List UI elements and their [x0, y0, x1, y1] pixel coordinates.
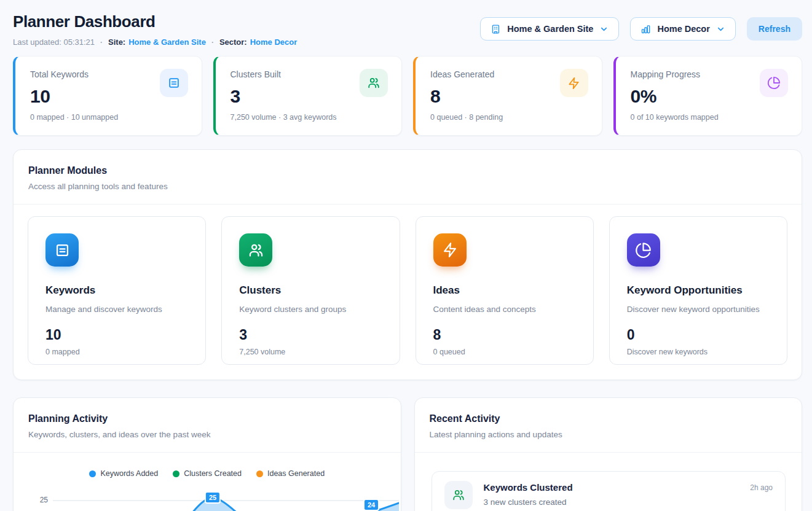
legend-dot-green: [173, 470, 179, 477]
module-subtext: 0 mapped: [45, 348, 188, 356]
stat-subtext: 0 mapped · 10 unmapped: [30, 113, 187, 122]
bar-chart-icon: [641, 24, 651, 34]
data-point-label: 24: [363, 499, 379, 511]
data-point-label: 25: [205, 491, 221, 504]
stat-subtext: 0 of 10 keywords mapped: [631, 113, 787, 122]
module-card-ideas[interactable]: Ideas Content ideas and concepts 8 0 que…: [416, 216, 594, 365]
module-title: Clusters: [239, 284, 382, 297]
last-updated-text: Last updated: 05:31:21: [13, 37, 95, 47]
sector-label: Sector:: [219, 37, 247, 47]
stat-cards-row: Total Keywords 10 0 mapped · 10 unmapped…: [13, 56, 802, 136]
stat-subtext: 0 queued · 8 pending: [430, 113, 587, 122]
chart-legend: Keywords Added Clusters Created Ideas Ge…: [14, 469, 401, 478]
legend-item-keywords-added: Keywords Added: [89, 469, 158, 478]
stat-subtext: 7,250 volume · 3 avg keywords: [231, 113, 387, 122]
pie-chart-icon: [760, 69, 788, 97]
building-icon: [491, 24, 501, 34]
module-card-clusters[interactable]: Clusters Keyword clusters and groups 3 7…: [221, 216, 400, 365]
modules-panel-subtitle: Access all planning tools and features: [28, 182, 787, 191]
site-link[interactable]: Home & Garden Site: [128, 37, 206, 47]
site-selector-label: Home & Garden Site: [507, 24, 593, 34]
modules-panel-header: Planner Modules Access all planning tool…: [14, 150, 802, 205]
legend-dot-orange: [256, 470, 263, 477]
sector-selector-label: Home Decor: [657, 24, 709, 34]
sector-link[interactable]: Home Decor: [250, 37, 298, 47]
y-axis-tick-25: 25: [25, 496, 48, 504]
users-icon: [360, 69, 388, 97]
site-meta: Site: Home & Garden Site: [108, 37, 206, 47]
planner-dashboard-page: Planner Dashboard Last updated: 05:31:21…: [0, 0, 812, 511]
module-card-keyword-opportunities[interactable]: Keyword Opportunities Discover new keywo…: [609, 216, 787, 365]
module-title: Ideas: [433, 284, 576, 297]
site-selector-dropdown[interactable]: Home & Garden Site: [480, 17, 619, 41]
planning-activity-title: Planning Activity: [28, 413, 386, 424]
bolt-icon: [560, 69, 588, 97]
module-description: Manage and discover keywords: [45, 305, 188, 314]
header-toolbar: Home & Garden Site Home Decor Refresh: [480, 17, 802, 41]
meta-separator: ·: [100, 38, 103, 47]
legend-item-clusters-created: Clusters Created: [173, 469, 242, 478]
stat-card-ideas-generated: Ideas Generated 8 0 queued · 8 pending: [413, 56, 602, 136]
modules-panel-title: Planner Modules: [28, 165, 787, 176]
module-subtext: 7,250 volume: [239, 348, 382, 356]
legend-label: Ideas Generated: [267, 469, 325, 478]
activity-item-description: 3 new clusters created: [484, 497, 573, 507]
recent-activity-subtitle: Latest planning actions and updates: [430, 430, 787, 439]
sector-selector-dropdown[interactable]: Home Decor: [630, 17, 735, 41]
page-header: Planner Dashboard Last updated: 05:31:21…: [13, 9, 802, 47]
page-title: Planner Dashboard: [13, 12, 297, 31]
users-icon: [239, 233, 272, 267]
meta-separator: ·: [211, 38, 214, 47]
legend-label: Keywords Added: [100, 469, 158, 478]
document-icon: [45, 233, 79, 267]
planning-activity-subtitle: Keywords, clusters, and ideas over the p…: [28, 430, 386, 439]
activity-item-title: Keywords Clustered: [484, 482, 573, 493]
activity-item-timestamp: 2h ago: [750, 483, 773, 492]
area-chart-canvas: [53, 483, 399, 511]
module-subtext: 0 queued: [433, 348, 576, 356]
sector-meta: Sector: Home Decor: [219, 37, 297, 47]
bottom-row: Planning Activity Keywords, clusters, an…: [13, 397, 802, 511]
bolt-icon: [433, 233, 467, 267]
module-card-keywords[interactable]: Keywords Manage and discover keywords 10…: [28, 216, 206, 365]
legend-item-ideas-generated: Ideas Generated: [256, 469, 325, 478]
activity-item-content: Keywords Clustered 3 new clusters create…: [484, 481, 573, 507]
legend-dot-blue: [89, 470, 96, 477]
module-description: Content ideas and concepts: [433, 305, 576, 314]
module-title: Keyword Opportunities: [627, 284, 770, 297]
recent-activity-title: Recent Activity: [430, 413, 787, 424]
refresh-button[interactable]: Refresh: [747, 17, 802, 41]
module-value: 8: [433, 327, 576, 343]
module-subtext: Discover new keywords: [627, 348, 770, 356]
module-description: Discover new keyword opportunities: [627, 305, 770, 314]
legend-label: Clusters Created: [184, 469, 242, 478]
module-description: Keyword clusters and groups: [239, 305, 382, 314]
document-icon: [160, 69, 188, 97]
stat-card-clusters-built: Clusters Built 3 7,250 volume · 3 avg ke…: [213, 56, 403, 136]
site-label: Site:: [108, 37, 125, 47]
users-icon: [444, 481, 473, 509]
header-meta: Last updated: 05:31:21 · Site: Home & Ga…: [13, 37, 297, 47]
planning-activity-panel: Planning Activity Keywords, clusters, an…: [13, 397, 401, 511]
recent-activity-panel: Recent Activity Latest planning actions …: [414, 397, 803, 511]
chevron-down-icon: [599, 25, 609, 34]
activity-item-keywords-clustered[interactable]: Keywords Clustered 3 new clusters create…: [432, 471, 786, 511]
planning-activity-header: Planning Activity Keywords, clusters, an…: [14, 398, 401, 453]
pie-chart-icon: [627, 233, 660, 267]
chevron-down-icon: [716, 25, 725, 34]
header-left: Planner Dashboard Last updated: 05:31:21…: [13, 9, 297, 47]
module-value: 0: [627, 327, 770, 343]
planner-modules-panel: Planner Modules Access all planning tool…: [13, 149, 802, 380]
modules-grid: Keywords Manage and discover keywords 10…: [14, 205, 802, 380]
module-value: 3: [239, 327, 382, 343]
area-chart: 25 24: [53, 483, 399, 511]
module-title: Keywords: [45, 284, 188, 297]
stat-card-total-keywords: Total Keywords 10 0 mapped · 10 unmapped: [13, 56, 202, 136]
recent-activity-header: Recent Activity Latest planning actions …: [415, 398, 802, 453]
module-value: 10: [45, 327, 188, 343]
stat-card-mapping-progress: Mapping Progress 0% 0 of 10 keywords map…: [613, 56, 803, 136]
